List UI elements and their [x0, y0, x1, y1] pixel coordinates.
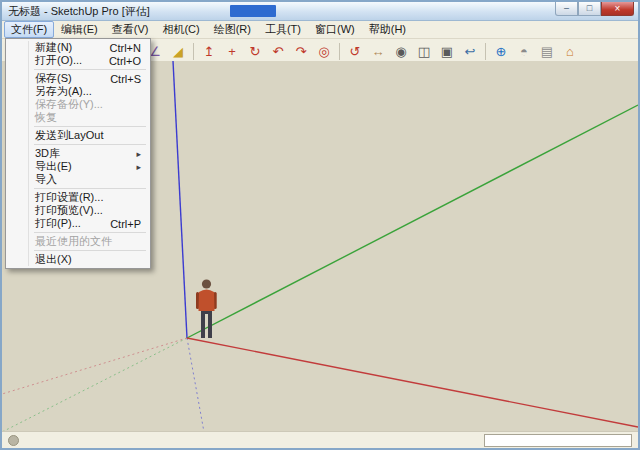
- titlebar: 无标题 - SketchUp Pro [评估] – □ ×: [2, 2, 638, 21]
- menu-separator: [34, 69, 146, 70]
- previous-view-icon[interactable]: ↩: [459, 40, 481, 62]
- menu-item-shortcut: Ctrl+S: [96, 73, 141, 85]
- toolbar-separator: [339, 43, 340, 60]
- paint-bucket-icon[interactable]: ◢: [167, 40, 189, 62]
- push-pull-icon[interactable]: ↥: [198, 40, 220, 62]
- offset-icon[interactable]: ◎: [313, 40, 335, 62]
- blue-axis: [173, 61, 187, 338]
- menu-item-shortcut: Ctrl+O: [95, 55, 141, 67]
- undo-icon[interactable]: ↶: [267, 40, 289, 62]
- menubar: 文件(F)编辑(E)查看(V)相机(C)绘图(R)工具(T)窗口(W)帮助(H): [2, 21, 638, 39]
- figure-torso: [199, 290, 215, 312]
- toggle-terrain-icon[interactable]: ◓: [513, 40, 535, 62]
- menu-item-shortcut: Ctrl+N: [96, 42, 141, 54]
- close-button[interactable]: ×: [601, 2, 634, 16]
- menu-item-save-backup: 保存备份(Y)...: [8, 98, 148, 111]
- menu-item-export[interactable]: 导出(E)▸: [8, 160, 148, 173]
- submenu-arrow-icon: ▸: [136, 149, 141, 159]
- menu-item-label: 最近使用的文件: [35, 234, 112, 249]
- zoom-window-icon[interactable]: ◫: [413, 40, 435, 62]
- statusbar: [2, 431, 638, 448]
- menubar-item-file[interactable]: 文件(F): [4, 21, 54, 38]
- toolbar-separator: [485, 43, 486, 60]
- measurements-input[interactable]: [484, 434, 632, 447]
- menu-item-shortcut: Ctrl+P: [96, 218, 141, 230]
- menu-item-3d-warehouse[interactable]: 3D库▸: [8, 147, 148, 160]
- figure-head: [202, 279, 211, 288]
- menu-item-send-to-layout[interactable]: 发送到LayOut: [8, 129, 148, 142]
- green-axis-negative: [2, 338, 187, 432]
- menubar-item-camera[interactable]: 相机(C): [155, 21, 206, 38]
- figure-legs: [201, 310, 212, 338]
- red-axis: [187, 338, 638, 427]
- menubar-item-window[interactable]: 窗口(W): [308, 21, 362, 38]
- zoom-icon[interactable]: ◉: [390, 40, 412, 62]
- red-axis-negative: [2, 338, 187, 394]
- menubar-item-draw[interactable]: 绘图(R): [207, 21, 258, 38]
- menu-item-open[interactable]: 打开(O)...Ctrl+O: [8, 54, 148, 67]
- sketchup-window: 无标题 - SketchUp Pro [评估] – □ × 文件(F)编辑(E)…: [0, 0, 640, 450]
- redo-icon[interactable]: ↷: [290, 40, 312, 62]
- menu-separator: [34, 144, 146, 145]
- pan-icon[interactable]: ↔: [367, 40, 389, 62]
- menu-item-label: 打开(O)...: [35, 53, 82, 68]
- geolocation-icon[interactable]: [8, 435, 19, 446]
- orbit-icon[interactable]: ↺: [344, 40, 366, 62]
- move-icon[interactable]: +: [221, 40, 243, 62]
- menu-item-print[interactable]: 打印(P)...Ctrl+P: [8, 217, 148, 230]
- menu-item-label: 退出(X): [35, 252, 72, 267]
- window-controls: – □ ×: [555, 2, 634, 16]
- minimize-button[interactable]: –: [555, 2, 578, 16]
- maximize-button[interactable]: □: [578, 2, 601, 16]
- scale-figure[interactable]: [196, 279, 217, 338]
- get-models-icon[interactable]: ⌂: [559, 40, 581, 62]
- window-title: 无标题 - SketchUp Pro [评估]: [8, 4, 150, 19]
- menu-item-revert: 恢复: [8, 111, 148, 124]
- file-menu: 新建(N)Ctrl+N打开(O)...Ctrl+O保存(S)Ctrl+S另存为(…: [5, 38, 151, 269]
- green-axis: [187, 105, 638, 338]
- menu-item-recent-files: 最近使用的文件: [8, 235, 148, 248]
- menu-separator: [34, 126, 146, 127]
- menu-item-label: 导入: [35, 172, 57, 187]
- menubar-item-help[interactable]: 帮助(H): [362, 21, 413, 38]
- photo-textures-icon[interactable]: ▤: [536, 40, 558, 62]
- menu-separator: [34, 188, 146, 189]
- menu-item-label: 恢复: [35, 110, 57, 125]
- title-banner: [230, 5, 276, 17]
- menu-item-exit[interactable]: 退出(X): [8, 253, 148, 266]
- blue-axis-negative: [187, 338, 204, 432]
- menubar-item-view[interactable]: 查看(V): [105, 21, 156, 38]
- submenu-arrow-icon: ▸: [136, 162, 141, 172]
- menu-separator: [34, 232, 146, 233]
- zoom-extents-icon[interactable]: ▣: [436, 40, 458, 62]
- toolbar-separator: [193, 43, 194, 60]
- menubar-item-tools[interactable]: 工具(T): [258, 21, 308, 38]
- menu-separator: [34, 250, 146, 251]
- rotate-icon[interactable]: ↻: [244, 40, 266, 62]
- menu-item-label: 打印(P)...: [35, 216, 81, 231]
- add-location-icon[interactable]: ⊕: [490, 40, 512, 62]
- menubar-item-edit[interactable]: 编辑(E): [54, 21, 105, 38]
- menu-item-import[interactable]: 导入: [8, 173, 148, 186]
- menu-item-label: 发送到LayOut: [35, 128, 103, 143]
